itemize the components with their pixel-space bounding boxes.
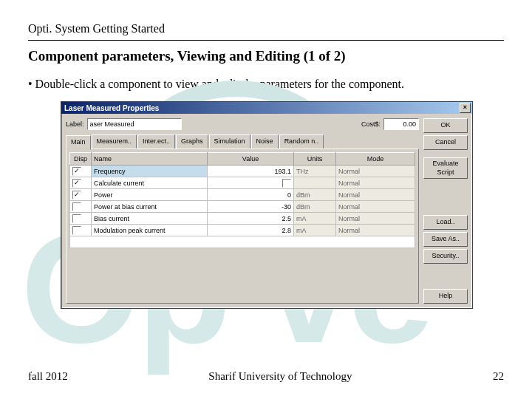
tab-main[interactable]: Main (66, 135, 91, 150)
checkbox-icon[interactable] (72, 226, 81, 235)
help-button[interactable]: Help (423, 289, 468, 304)
param-mode[interactable]: Normal (336, 166, 415, 177)
tab-strip: Main Measurem.. Inter.ect.. Graphs Simul… (66, 134, 419, 149)
footer-center: Sharif University of Technology (208, 370, 352, 383)
grid-empty-area (70, 236, 415, 248)
label-input[interactable]: aser Measured (87, 118, 182, 130)
param-units[interactable]: mA (294, 213, 336, 225)
param-value[interactable]: 2.8 (208, 225, 294, 236)
param-name: Bias current (92, 213, 208, 225)
cost-input[interactable]: 0.00 (383, 118, 419, 130)
security-button[interactable]: Security.. (423, 249, 468, 264)
table-row[interactable]: ✓ Calculate current Normal (70, 177, 415, 189)
cancel-button[interactable]: Cancel (423, 135, 468, 150)
footer-left: fall 2012 (28, 370, 68, 383)
param-name: Modulation peak current (92, 225, 208, 236)
param-name: Power at bias current (92, 201, 208, 213)
table-row[interactable]: ✓ Frequency 193.1 THz Normal (70, 166, 415, 177)
ok-button[interactable]: OK (423, 118, 468, 133)
checkbox-icon[interactable]: ✓ (72, 167, 81, 176)
divider (28, 40, 504, 41)
checkbox-icon[interactable] (72, 202, 81, 211)
param-value[interactable]: 0 (208, 189, 294, 201)
param-units[interactable]: mA (294, 225, 336, 236)
checkbox-icon[interactable] (72, 214, 81, 223)
dialog-title: Laser Measured Properties (64, 104, 159, 112)
page-heading: Component parameters, Viewing and Editin… (28, 48, 504, 64)
tab-simulation[interactable]: Simulation (209, 134, 250, 149)
param-value[interactable]: 2.5 (208, 213, 294, 225)
parameters-table[interactable]: Disp Name Value Units Mode ✓ Frequency 1… (69, 152, 415, 248)
tab-noise[interactable]: Noise (251, 134, 279, 149)
tab-pane-main: Disp Name Value Units Mode ✓ Frequency 1… (66, 149, 419, 304)
save-as-button[interactable]: Save As.. (423, 232, 468, 247)
tab-interect[interactable]: Inter.ect.. (137, 134, 175, 149)
param-mode[interactable]: Normal (336, 213, 415, 225)
col-value: Value (208, 153, 294, 166)
dialog-titlebar[interactable]: Laser Measured Properties × (61, 102, 472, 114)
col-mode: Mode (336, 153, 415, 166)
label-caption: Label: (66, 120, 84, 128)
param-mode[interactable]: Normal (336, 225, 415, 236)
load-button[interactable]: Load.. (423, 215, 468, 230)
slide-footer: fall 2012 Sharif University of Technolog… (28, 370, 504, 383)
footer-right: 22 (493, 370, 504, 383)
param-mode[interactable]: Normal (336, 189, 415, 201)
param-value[interactable]: 193.1 (208, 166, 294, 177)
param-mode[interactable]: Normal (336, 177, 415, 189)
tab-measurem[interactable]: Measurem.. (92, 134, 137, 149)
evaluate-script-button[interactable]: Evaluate Script (423, 157, 468, 179)
properties-dialog: Laser Measured Properties × Label: aser … (61, 101, 473, 309)
tab-graphs[interactable]: Graphs (176, 134, 208, 149)
param-name: Power (92, 189, 208, 201)
tab-random[interactable]: Random n.. (279, 134, 324, 149)
param-units[interactable]: dBm (294, 189, 336, 201)
cost-caption: Cost$: (361, 120, 381, 128)
table-row[interactable]: Power at bias current -30 dBm Normal (70, 201, 415, 213)
param-name: Frequency (92, 166, 208, 177)
col-units: Units (294, 153, 336, 166)
param-name: Calculate current (92, 177, 208, 189)
table-row[interactable]: Bias current 2.5 mA Normal (70, 213, 415, 225)
doc-title: Opti. System Getting Started (28, 22, 504, 35)
param-value[interactable]: -30 (208, 201, 294, 213)
table-row[interactable]: Modulation peak current 2.8 mA Normal (70, 225, 415, 236)
table-row[interactable]: ✓ Power 0 dBm Normal (70, 189, 415, 201)
param-units[interactable]: dBm (294, 201, 336, 213)
col-disp: Disp (70, 153, 92, 166)
param-units[interactable] (294, 177, 336, 189)
col-name: Name (92, 153, 208, 166)
checkbox-icon[interactable]: ✓ (72, 191, 81, 200)
close-icon[interactable]: × (460, 103, 471, 113)
param-value[interactable] (208, 177, 294, 189)
checkbox-icon[interactable]: ✓ (72, 179, 81, 188)
param-units[interactable]: THz (294, 166, 336, 177)
checkbox-icon[interactable] (282, 179, 291, 188)
param-mode[interactable]: Normal (336, 201, 415, 213)
